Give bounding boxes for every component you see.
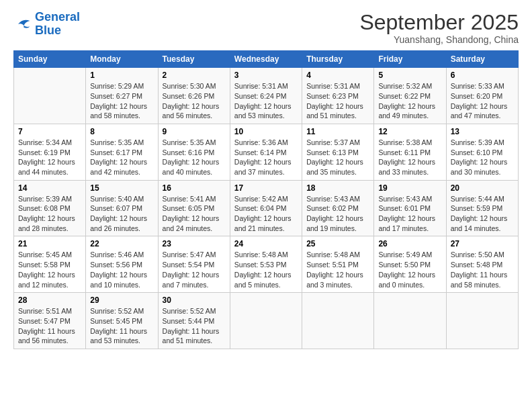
calendar-cell: 9Sunrise: 5:35 AM Sunset: 6:16 PM Daylig… (158, 124, 230, 180)
calendar-cell: 1Sunrise: 5:29 AM Sunset: 6:27 PM Daylig… (86, 68, 158, 124)
day-info: Sunrise: 5:45 AM Sunset: 5:58 PM Dayligh… (18, 250, 81, 289)
day-number: 9 (163, 127, 226, 136)
calendar-cell: 12Sunrise: 5:38 AM Sunset: 6:11 PM Dayli… (374, 124, 446, 180)
calendar-cell: 10Sunrise: 5:36 AM Sunset: 6:14 PM Dayli… (230, 124, 302, 180)
calendar-cell: 7Sunrise: 5:34 AM Sunset: 6:19 PM Daylig… (14, 124, 86, 180)
day-number: 19 (378, 183, 441, 193)
day-info: Sunrise: 5:35 AM Sunset: 6:17 PM Dayligh… (90, 138, 153, 177)
header-tuesday: Tuesday (158, 51, 230, 68)
day-info: Sunrise: 5:50 AM Sunset: 5:48 PM Dayligh… (451, 250, 514, 289)
calendar-cell: 16Sunrise: 5:41 AM Sunset: 6:05 PM Dayli… (158, 180, 230, 236)
calendar-cell: 3Sunrise: 5:31 AM Sunset: 6:24 PM Daylig… (230, 68, 302, 124)
day-number: 17 (234, 183, 298, 193)
calendar-cell: 11Sunrise: 5:37 AM Sunset: 6:13 PM Dayli… (302, 124, 374, 180)
day-number: 15 (90, 183, 153, 193)
day-number: 6 (451, 71, 514, 80)
day-number: 21 (18, 239, 81, 248)
day-info: Sunrise: 5:29 AM Sunset: 6:27 PM Dayligh… (90, 81, 153, 121)
logo-text: General Blue (35, 11, 80, 38)
day-number: 4 (306, 71, 369, 80)
calendar-cell: 19Sunrise: 5:43 AM Sunset: 6:01 PM Dayli… (374, 180, 446, 236)
day-info: Sunrise: 5:43 AM Sunset: 6:01 PM Dayligh… (378, 194, 441, 234)
calendar-week-4: 21Sunrise: 5:45 AM Sunset: 5:58 PM Dayli… (14, 236, 519, 293)
day-info: Sunrise: 5:33 AM Sunset: 6:20 PM Dayligh… (451, 81, 514, 121)
day-info: Sunrise: 5:41 AM Sunset: 6:05 PM Dayligh… (163, 194, 226, 234)
day-info: Sunrise: 5:37 AM Sunset: 6:13 PM Dayligh… (306, 138, 369, 177)
header-wednesday: Wednesday (230, 51, 302, 68)
calendar-cell: 17Sunrise: 5:42 AM Sunset: 6:04 PM Dayli… (230, 180, 302, 236)
header: General Blue September 2025 Yuanshang, S… (13, 11, 519, 45)
calendar-cell: 26Sunrise: 5:49 AM Sunset: 5:50 PM Dayli… (374, 236, 446, 293)
day-number: 18 (306, 183, 369, 193)
day-number: 12 (378, 127, 441, 136)
day-info: Sunrise: 5:47 AM Sunset: 5:54 PM Dayligh… (163, 250, 226, 289)
day-number: 26 (378, 239, 441, 248)
day-number: 3 (234, 71, 298, 80)
day-info: Sunrise: 5:49 AM Sunset: 5:50 PM Dayligh… (378, 250, 441, 289)
calendar-cell: 5Sunrise: 5:32 AM Sunset: 6:22 PM Daylig… (374, 68, 446, 124)
calendar-cell: 18Sunrise: 5:43 AM Sunset: 6:02 PM Dayli… (302, 180, 374, 236)
day-info: Sunrise: 5:38 AM Sunset: 6:11 PM Dayligh… (378, 138, 441, 177)
calendar-cell: 21Sunrise: 5:45 AM Sunset: 5:58 PM Dayli… (14, 236, 86, 293)
header-sunday: Sunday (14, 51, 86, 68)
day-info: Sunrise: 5:39 AM Sunset: 6:08 PM Dayligh… (18, 194, 81, 234)
day-info: Sunrise: 5:51 AM Sunset: 5:47 PM Dayligh… (18, 306, 81, 346)
day-number: 7 (18, 127, 81, 136)
header-friday: Friday (374, 51, 446, 68)
calendar-cell (446, 293, 518, 349)
day-info: Sunrise: 5:48 AM Sunset: 5:51 PM Dayligh… (306, 250, 369, 289)
day-number: 16 (163, 183, 226, 193)
day-info: Sunrise: 5:44 AM Sunset: 5:59 PM Dayligh… (451, 194, 514, 234)
day-number: 14 (18, 183, 81, 193)
calendar-cell: 8Sunrise: 5:35 AM Sunset: 6:17 PM Daylig… (86, 124, 158, 180)
calendar-cell: 27Sunrise: 5:50 AM Sunset: 5:48 PM Dayli… (446, 236, 518, 293)
header-monday: Monday (86, 51, 158, 68)
calendar-cell: 22Sunrise: 5:46 AM Sunset: 5:56 PM Dayli… (86, 236, 158, 293)
day-info: Sunrise: 5:30 AM Sunset: 6:26 PM Dayligh… (163, 81, 226, 121)
header-thursday: Thursday (302, 51, 374, 68)
day-number: 25 (306, 239, 369, 248)
day-number: 1 (90, 71, 153, 80)
calendar-header-row: SundayMondayTuesdayWednesdayThursdayFrid… (14, 51, 519, 68)
day-info: Sunrise: 5:39 AM Sunset: 6:10 PM Dayligh… (451, 138, 514, 177)
calendar-week-2: 7Sunrise: 5:34 AM Sunset: 6:19 PM Daylig… (14, 124, 519, 180)
day-number: 22 (90, 239, 153, 248)
calendar-cell: 14Sunrise: 5:39 AM Sunset: 6:08 PM Dayli… (14, 180, 86, 236)
day-info: Sunrise: 5:52 AM Sunset: 5:45 PM Dayligh… (90, 306, 153, 346)
calendar-cell: 2Sunrise: 5:30 AM Sunset: 6:26 PM Daylig… (158, 68, 230, 124)
day-info: Sunrise: 5:31 AM Sunset: 6:24 PM Dayligh… (234, 81, 298, 121)
day-info: Sunrise: 5:32 AM Sunset: 6:22 PM Dayligh… (378, 81, 441, 121)
day-number: 10 (234, 127, 298, 136)
logo: General Blue (13, 11, 80, 38)
calendar-cell: 24Sunrise: 5:48 AM Sunset: 5:53 PM Dayli… (230, 236, 302, 293)
calendar-cell (374, 293, 446, 349)
day-number: 11 (306, 127, 369, 136)
day-info: Sunrise: 5:48 AM Sunset: 5:53 PM Dayligh… (234, 250, 298, 289)
calendar-cell: 4Sunrise: 5:31 AM Sunset: 6:23 PM Daylig… (302, 68, 374, 124)
day-number: 20 (451, 183, 514, 193)
calendar-cell: 29Sunrise: 5:52 AM Sunset: 5:45 PM Dayli… (86, 293, 158, 349)
calendar-cell: 6Sunrise: 5:33 AM Sunset: 6:20 PM Daylig… (446, 68, 518, 124)
day-number: 8 (90, 127, 153, 136)
logo-bird-icon (13, 17, 32, 32)
calendar-cell (14, 68, 86, 124)
calendar-table: SundayMondayTuesdayWednesdayThursdayFrid… (13, 50, 519, 349)
logo-line1: General (35, 10, 80, 24)
calendar-cell: 15Sunrise: 5:40 AM Sunset: 6:07 PM Dayli… (86, 180, 158, 236)
day-info: Sunrise: 5:42 AM Sunset: 6:04 PM Dayligh… (234, 194, 298, 234)
subtitle: Yuanshang, Shandong, China (359, 34, 519, 45)
day-number: 5 (378, 71, 441, 80)
day-info: Sunrise: 5:52 AM Sunset: 5:44 PM Dayligh… (163, 306, 226, 346)
calendar-cell: 23Sunrise: 5:47 AM Sunset: 5:54 PM Dayli… (158, 236, 230, 293)
calendar-week-5: 28Sunrise: 5:51 AM Sunset: 5:47 PM Dayli… (14, 293, 519, 349)
calendar-week-3: 14Sunrise: 5:39 AM Sunset: 6:08 PM Dayli… (14, 180, 519, 236)
day-number: 30 (163, 295, 226, 305)
day-info: Sunrise: 5:31 AM Sunset: 6:23 PM Dayligh… (306, 81, 369, 121)
day-number: 29 (90, 295, 153, 305)
day-number: 2 (163, 71, 226, 80)
day-info: Sunrise: 5:34 AM Sunset: 6:19 PM Dayligh… (18, 138, 81, 177)
calendar-cell: 20Sunrise: 5:44 AM Sunset: 5:59 PM Dayli… (446, 180, 518, 236)
day-number: 24 (234, 239, 298, 248)
logo-line2: Blue (35, 24, 61, 37)
calendar-cell: 25Sunrise: 5:48 AM Sunset: 5:51 PM Dayli… (302, 236, 374, 293)
